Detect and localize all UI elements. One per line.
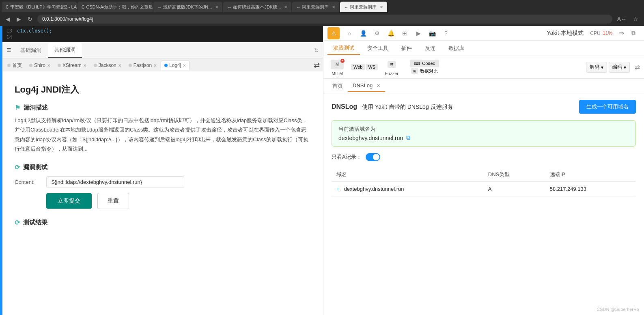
log4j-close[interactable]: ✕ [183, 63, 186, 68]
nav-other-vuln[interactable]: 其他漏洞 [48, 43, 82, 58]
fastjson-close[interactable]: ✕ [153, 63, 157, 68]
tab4-favicon: ↔ [227, 5, 231, 9]
ai-filter-toggle[interactable] [366, 153, 380, 161]
help-icon[interactable]: ? [440, 28, 452, 39]
terminal-icon[interactable]: ▶ [413, 28, 424, 39]
main-layout: 13 ctx.close(); 14 ☰ 基础漏洞 其他漏洞 ↻ 首页 [0, 26, 644, 315]
vuln-test-section: ⟳ 漏洞测试 Content: 立即提交 重置 [15, 164, 311, 209]
xstream-dot [58, 64, 61, 67]
vuln-test-title: ⟳ 漏洞测试 [15, 164, 311, 171]
code-area: 13 ctx.close(); 14 [2, 26, 323, 42]
ai-filter-label: 只看A记录： [332, 153, 362, 161]
browser-tab-6[interactable]: ↔ 阿里云漏洞库 ✕ [340, 2, 387, 12]
sub-tab-shiro[interactable]: Shiro ✕ [26, 61, 54, 70]
codec-btn[interactable]: ⌨ Codec [410, 60, 439, 67]
xstream-close[interactable]: ✕ [83, 63, 86, 68]
sub-tab-xstream-label: XStream [62, 63, 82, 68]
fuzzer-group[interactable]: ≋ Fuzzer [382, 57, 401, 78]
dns-record-row: + dextebghvy.dnstunnel.run A 58.217.249.… [332, 182, 636, 196]
ws-btn[interactable]: WS [366, 64, 378, 70]
active-domain-box: 当前激活域名为 dextebghvy.dnstunnel.run ⧉ [332, 120, 636, 147]
web-ws-group[interactable]: Web WS [349, 62, 380, 73]
encode-btn[interactable]: 编码 ▾ [609, 62, 630, 73]
sub-tab-xstream[interactable]: XStream ✕ [54, 61, 90, 70]
bookmark-btn[interactable]: ☆ [631, 15, 640, 23]
camera-icon[interactable]: 📷 [426, 28, 438, 39]
fuzzer-label: Fuzzer [385, 71, 398, 76]
browser-tab-3[interactable]: ↔ 浅析高低版JDK下的JN... ✕ [153, 2, 222, 12]
dnslog-tab-close[interactable]: ✕ [377, 83, 380, 88]
decrypt-btn[interactable]: 解码 ▾ [586, 62, 607, 73]
sub-tab-log4j-label: Log4j [169, 63, 181, 68]
other-vuln-label: 其他漏洞 [54, 47, 75, 53]
address-input[interactable] [37, 15, 612, 24]
active-domain-label: 当前激活域名为 [338, 125, 629, 133]
web-btn[interactable]: Web [351, 64, 365, 70]
nav-plugins[interactable]: 插件 [396, 42, 418, 54]
toolbar-refresh-icon[interactable]: ⇄ [635, 63, 640, 71]
cpu-text: CPU [590, 30, 600, 36]
grid-icon[interactable]: ⊞ [399, 28, 410, 39]
tab5-close[interactable]: ✕ [332, 5, 335, 9]
nav-security-tools[interactable]: 安全工具 [362, 42, 394, 54]
yakit-content-tabs: 首页 DNSLog ✕ [323, 79, 644, 93]
dns-type-cell: A [483, 182, 545, 196]
browser-tab-4[interactable]: ↔ 如何绕过高版本JDK绕... ✕ [223, 2, 291, 12]
user-icon[interactable]: 👤 [358, 28, 369, 39]
basic-vuln-label: 基础漏洞 [20, 47, 41, 53]
tab6-title: 阿里云漏洞库 [350, 4, 377, 10]
submit-btn[interactable]: 立即提交 [46, 193, 92, 209]
yakit-dnslog-tab[interactable]: DNSLog ✕ [348, 80, 385, 92]
result-icon: ⟳ [15, 219, 20, 227]
reload-btn[interactable]: ↻ [26, 15, 34, 23]
tab3-close[interactable]: ✕ [215, 5, 218, 9]
yakit-home-tab[interactable]: 首页 [327, 80, 348, 92]
settings-icon[interactable]: ⚙ [371, 28, 383, 39]
tab6-close[interactable]: ✕ [380, 5, 383, 9]
copy-domain-icon[interactable]: ⧉ [406, 134, 410, 141]
expand-btn[interactable]: + [336, 186, 339, 192]
nav-pentest[interactable]: 渗透测试 [327, 42, 360, 55]
codec-group[interactable]: ⌨ Codec ⊞ 数据对比 [406, 58, 443, 77]
line-num-13: 13 [2, 28, 12, 34]
translate-btn[interactable]: A↔ [616, 15, 628, 23]
sub-tab-log4j[interactable]: Log4j ✕ [161, 60, 190, 70]
content-input[interactable] [46, 176, 184, 188]
forward-btn[interactable]: ▶ [15, 15, 23, 23]
mitm-group[interactable]: M ✕ MITM [327, 57, 347, 78]
copy-topbar-icon[interactable]: ⧉ [628, 28, 639, 39]
dnslog-tab-label: DNSLog [353, 82, 373, 88]
decrypt-label: 解码 [590, 64, 599, 71]
sub-tab-jackson[interactable]: Jackson ✕ [90, 61, 125, 70]
data-compare-row[interactable]: ⊞ 数据对比 [409, 67, 440, 75]
home-icon[interactable]: ⌂ [344, 28, 355, 39]
browser-tab-1[interactable]: C 李宏毅《DLHLP》学习笔记2 - LAS [2, 2, 77, 12]
nav-basic-vuln[interactable]: 基础漏洞 [14, 43, 48, 57]
warning-icon[interactable]: ⚠ [327, 27, 340, 39]
generate-domain-btn[interactable]: 生成一个可用域名 [579, 100, 636, 114]
sub-tab-fastjson[interactable]: Fastjson ✕ [125, 61, 160, 70]
vuln-desc-section: ⚑ 漏洞描述 Log4j2默认支持解析ldap/rmi协议（只要打印的日志中包括… [15, 104, 311, 154]
nav-database[interactable]: 数据库 [443, 42, 470, 54]
bell-icon[interactable]: 🔔 [385, 28, 396, 39]
address-bar-row: ◀ ▶ ↻ A↔ ☆ [0, 12, 644, 26]
col-domain: 域名 [332, 168, 483, 182]
nav-refresh-icon[interactable]: ↻ [314, 47, 319, 54]
mitm-text: M [336, 62, 339, 67]
fuzzer-icon: ≋ [388, 61, 396, 68]
nav-reverse[interactable]: 反连 [419, 42, 441, 54]
right-arrow-icon[interactable]: ⇒ [616, 28, 627, 39]
sub-tab-home[interactable]: 首页 [4, 60, 25, 71]
encode-label: 编码 [612, 64, 622, 71]
back-btn[interactable]: ◀ [4, 15, 12, 23]
fuzzer-icon-area: ≋ [384, 59, 399, 70]
tab4-close[interactable]: ✕ [284, 5, 287, 9]
web-ws-area: Web WS [351, 64, 378, 70]
sub-tabs-back-btn[interactable]: ⇄ [312, 61, 321, 70]
shiro-close[interactable]: ✕ [47, 63, 50, 68]
jackson-close[interactable]: ✕ [118, 63, 121, 68]
reset-btn[interactable]: 重置 [97, 193, 129, 209]
vuln-result-title: ⟳ 测试结果 [15, 219, 311, 227]
browser-tab-2[interactable]: C CSDN-Ada助手：哦，你的文章质量真不错 [78, 2, 153, 12]
browser-tab-5[interactable]: ↔ 阿里云漏洞库 ✕ [292, 2, 339, 12]
